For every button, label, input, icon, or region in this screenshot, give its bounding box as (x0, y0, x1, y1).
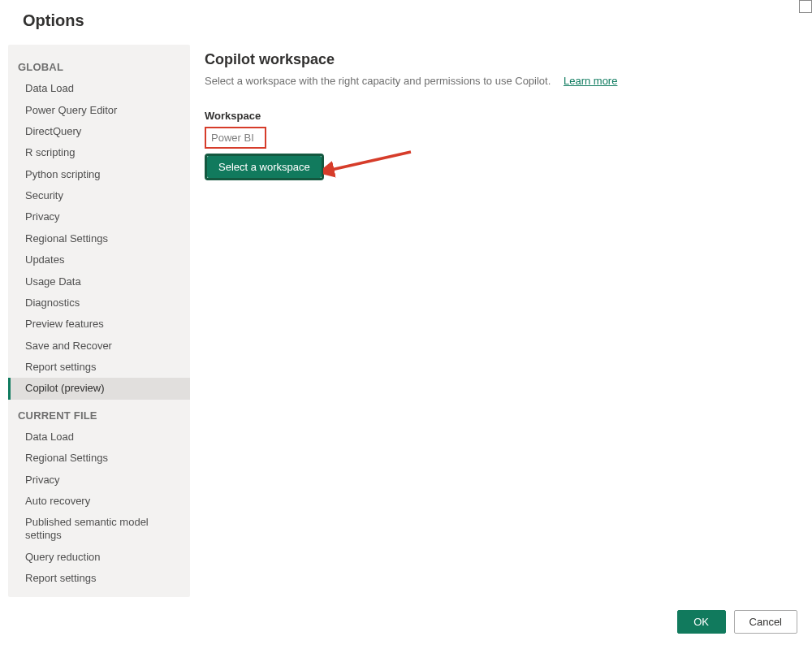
sidebar-item-r-scripting[interactable]: R scripting (8, 142, 190, 163)
maximize-icon[interactable] (799, 0, 812, 13)
workspace-input[interactable] (206, 128, 265, 147)
sidebar-item-privacy[interactable]: Privacy (8, 206, 190, 227)
sidebar-item-cf-privacy[interactable]: Privacy (8, 469, 190, 490)
content-description: Select a workspace with the right capaci… (205, 75, 797, 87)
sidebar-item-power-query-editor[interactable]: Power Query Editor (8, 99, 190, 120)
sidebar-item-cf-query-reduction[interactable]: Query reduction (8, 547, 190, 568)
dialog-title: Options (0, 0, 812, 45)
ok-button[interactable]: OK (677, 610, 726, 634)
window-controls (799, 0, 812, 13)
sidebar-item-updates[interactable]: Updates (8, 249, 190, 271)
sidebar-item-diagnostics[interactable]: Diagnostics (8, 292, 190, 314)
learn-more-link[interactable]: Learn more (564, 75, 617, 87)
sidebar-item-python-scripting[interactable]: Python scripting (8, 164, 190, 185)
sidebar-item-cf-regional-settings[interactable]: Regional Settings (8, 448, 190, 469)
sidebar-item-copilot-preview[interactable]: Copilot (preview) (8, 378, 190, 399)
content-pane: Copilot workspace Select a workspace wit… (205, 45, 804, 597)
sidebar-item-preview-features[interactable]: Preview features (8, 314, 190, 335)
sidebar-item-cf-auto-recovery[interactable]: Auto recovery (8, 491, 190, 512)
select-workspace-highlight: Select a workspace (205, 154, 324, 180)
content-title: Copilot workspace (205, 51, 797, 68)
select-workspace-button[interactable]: Select a workspace (207, 156, 322, 178)
sidebar-item-cf-data-load[interactable]: Data Load (8, 426, 190, 448)
sidebar-section-global: GLOBAL (8, 51, 190, 78)
sidebar-item-directquery[interactable]: DirectQuery (8, 121, 190, 142)
sidebar-item-regional-settings[interactable]: Regional Settings (8, 228, 190, 249)
sidebar-item-usage-data[interactable]: Usage Data (8, 271, 190, 292)
sidebar-item-cf-published-semantic-model[interactable]: Published semantic model settings (8, 512, 190, 546)
dialog-body: GLOBAL Data Load Power Query Editor Dire… (0, 45, 812, 597)
workspace-input-highlight (205, 127, 266, 149)
sidebar-item-cf-report-settings[interactable]: Report settings (8, 568, 190, 589)
sidebar-item-data-load[interactable]: Data Load (8, 78, 190, 99)
workspace-label: Workspace (205, 110, 797, 122)
cancel-button[interactable]: Cancel (734, 610, 797, 634)
dialog-footer: OK Cancel (677, 610, 797, 634)
sidebar: GLOBAL Data Load Power Query Editor Dire… (8, 45, 190, 597)
sidebar-item-save-and-recover[interactable]: Save and Recover (8, 335, 190, 357)
sidebar-item-report-settings[interactable]: Report settings (8, 357, 190, 378)
sidebar-item-security[interactable]: Security (8, 185, 190, 206)
sidebar-section-current-file: CURRENT FILE (8, 400, 190, 426)
